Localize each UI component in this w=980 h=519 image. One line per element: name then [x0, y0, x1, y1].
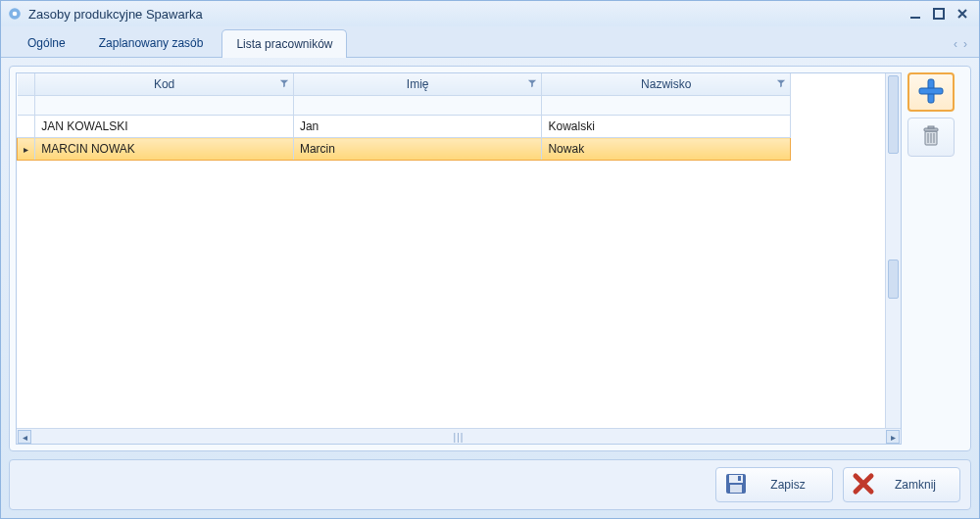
scroll-thumb[interactable] — [888, 260, 899, 299]
horizontal-scrollbar[interactable]: ◂ ||| ▸ — [17, 428, 901, 444]
window-frame: Zasoby produkcyjne Spawarka Ogólne Zapla… — [0, 0, 980, 519]
row-indicator-header — [18, 73, 35, 96]
svg-rect-3 — [934, 9, 944, 19]
tabs-row: Ogólne Zaplanowany zasób Lista pracownik… — [1, 26, 979, 58]
current-row-pointer-icon: ▸ — [24, 144, 28, 155]
filter-cell-nazwisko[interactable] — [542, 96, 791, 116]
grid-empty-area — [17, 161, 885, 428]
add-button[interactable] — [907, 72, 955, 112]
tab-planned-resource[interactable]: Zaplanowany zasób — [84, 28, 219, 57]
scroll-track-grip-icon: ||| — [454, 432, 465, 443]
tab-scroll-right[interactable]: › — [963, 37, 967, 51]
tab-label: Ogólne — [27, 36, 66, 50]
tab-scroll-nav: ‹ › — [954, 37, 967, 57]
app-icon — [7, 6, 23, 22]
tab-label: Zaplanowany zasób — [99, 36, 204, 50]
cell-imie[interactable]: Marcin — [293, 138, 542, 161]
column-header-kod[interactable]: Kod — [35, 73, 294, 96]
trash-icon — [918, 123, 944, 152]
delete-button[interactable] — [907, 118, 955, 157]
row-indicator: ▸ — [18, 138, 35, 161]
svg-rect-15 — [738, 476, 741, 481]
row-indicator — [18, 116, 35, 138]
scroll-left-button[interactable]: ◂ — [18, 430, 31, 444]
close-window-button[interactable] — [952, 6, 973, 22]
grid-area: Kod Imię — [16, 72, 902, 445]
close-icon — [852, 472, 875, 498]
titlebar: Zasoby produkcyjne Spawarka — [1, 1, 979, 26]
table-row[interactable]: JAN KOWALSKI Jan Kowalski — [18, 116, 791, 138]
save-button[interactable]: Zapisz — [715, 467, 833, 502]
column-label: Imię — [407, 77, 429, 91]
svg-rect-14 — [730, 485, 742, 493]
cell-imie[interactable]: Jan — [293, 116, 542, 138]
vertical-scrollbar[interactable] — [885, 73, 901, 428]
cell-kod[interactable]: MARCIN NOWAK — [35, 138, 294, 161]
grid-filter-row[interactable] — [18, 96, 791, 116]
tab-employee-list[interactable]: Lista pracowników — [221, 29, 347, 58]
cell-kod[interactable]: JAN KOWALSKI — [35, 116, 294, 138]
filter-icon[interactable] — [776, 77, 786, 91]
column-label: Kod — [154, 77, 174, 91]
scroll-right-button[interactable]: ▸ — [886, 430, 900, 444]
save-label: Zapisz — [758, 478, 818, 492]
tab-scroll-left[interactable]: ‹ — [954, 37, 957, 51]
close-label: Zamknij — [885, 478, 946, 492]
save-icon — [724, 472, 748, 498]
column-label: Nazwisko — [641, 77, 691, 91]
svg-rect-8 — [928, 126, 934, 128]
maximize-button[interactable] — [928, 6, 950, 22]
footer-bar: Zapisz Zamknij — [9, 459, 971, 510]
plus-icon — [916, 76, 946, 109]
tab-general[interactable]: Ogólne — [13, 28, 80, 57]
cell-nazwisko[interactable]: Kowalski — [542, 116, 791, 138]
svg-rect-2 — [910, 17, 920, 19]
table-row[interactable]: ▸ MARCIN NOWAK Marcin Nowak — [18, 138, 791, 161]
tab-label: Lista pracowników — [236, 37, 332, 51]
minimize-button[interactable] — [905, 6, 926, 22]
content-panel: Kod Imię — [9, 66, 971, 451]
filter-icon[interactable] — [527, 77, 537, 91]
filter-icon[interactable] — [279, 77, 289, 91]
grid-header-row: Kod Imię — [18, 73, 791, 96]
column-header-imie[interactable]: Imię — [293, 73, 542, 96]
column-header-nazwisko[interactable]: Nazwisko — [542, 73, 791, 96]
svg-point-1 — [13, 12, 18, 17]
filter-cell-imie[interactable] — [293, 96, 542, 116]
svg-rect-5 — [919, 88, 943, 94]
window-title: Zasoby produkcyjne Spawarka — [28, 7, 203, 22]
filter-cell-kod[interactable] — [35, 96, 294, 116]
employee-grid[interactable]: Kod Imię — [17, 73, 791, 161]
cell-nazwisko[interactable]: Nowak — [542, 138, 791, 161]
scroll-thumb[interactable] — [888, 75, 899, 154]
close-button[interactable]: Zamknij — [843, 467, 960, 502]
side-toolbar — [907, 72, 964, 445]
